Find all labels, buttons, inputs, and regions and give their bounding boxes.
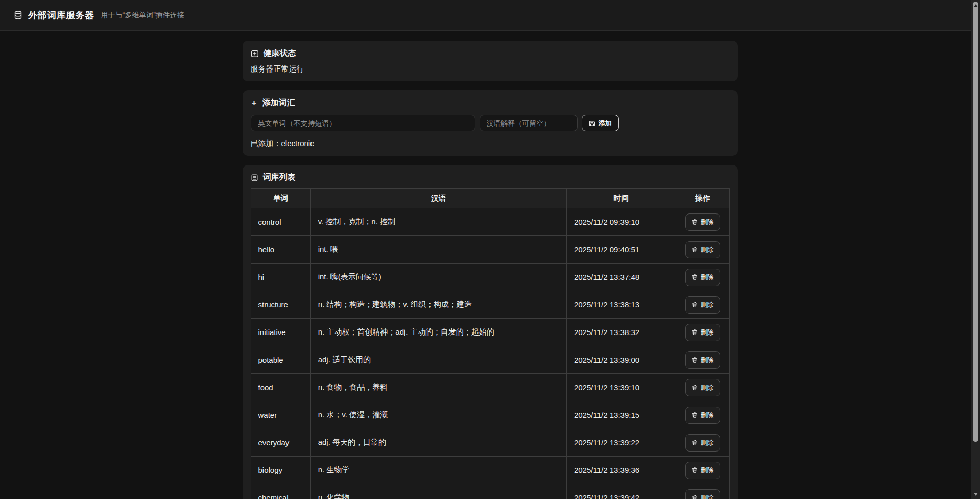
delete-button[interactable]: 删除 xyxy=(685,296,720,314)
meaning-cell: n. 主动权；首创精神；adj. 主动的；自发的；起始的 xyxy=(310,319,566,346)
add-button-label: 添加 xyxy=(599,118,612,128)
trash-icon xyxy=(691,357,698,363)
action-cell: 删除 xyxy=(676,484,729,499)
table-row: water n. 水；v. 使湿，灌溉 2025/11/2 13:39:15 删… xyxy=(251,401,729,429)
word-cell: control xyxy=(251,208,310,236)
meaning-cell: n. 结构；构造；建筑物；v. 组织；构成；建造 xyxy=(310,291,566,319)
delete-button[interactable]: 删除 xyxy=(685,241,720,258)
time-cell: 2025/11/2 13:39:15 xyxy=(566,401,676,429)
list-icon xyxy=(251,174,258,182)
time-cell: 2025/11/2 13:38:13 xyxy=(566,291,676,319)
word-cell: structure xyxy=(251,291,310,319)
word-table-header: 单词 汉语 时间 操作 xyxy=(251,189,729,208)
delete-button[interactable]: 删除 xyxy=(685,489,720,499)
action-cell: 删除 xyxy=(676,236,729,264)
table-row: food n. 食物，食品，养料 2025/11/2 13:39:10 删除 xyxy=(251,374,729,401)
health-card-title: 健康状态 xyxy=(264,48,296,59)
scrollbar-up-arrow-icon[interactable] xyxy=(974,4,978,7)
delete-button[interactable]: 删除 xyxy=(685,351,720,369)
add-button[interactable]: 添加 xyxy=(582,115,619,131)
trash-icon xyxy=(691,412,698,418)
time-cell: 2025/11/2 13:39:42 xyxy=(566,484,676,499)
trash-icon xyxy=(691,219,698,225)
action-cell: 删除 xyxy=(676,208,729,236)
english-word-input[interactable] xyxy=(251,115,475,131)
delete-button-label: 删除 xyxy=(701,245,714,254)
action-cell: 删除 xyxy=(676,374,729,401)
page-title: 外部词库服务器 xyxy=(28,9,94,21)
column-header-action: 操作 xyxy=(676,189,729,208)
plus-icon: + xyxy=(251,98,258,108)
trash-icon xyxy=(691,467,698,473)
delete-button-label: 删除 xyxy=(701,466,714,475)
action-cell: 删除 xyxy=(676,346,729,374)
word-cell: hi xyxy=(251,264,310,291)
meaning-cell: int. 嗨(表示问候等) xyxy=(310,264,566,291)
trash-icon xyxy=(691,384,698,391)
column-header-meaning: 汉语 xyxy=(310,189,566,208)
added-status-text: 已添加：electronic xyxy=(251,139,730,149)
delete-button[interactable]: 删除 xyxy=(685,462,720,479)
time-cell: 2025/11/2 13:39:22 xyxy=(566,429,676,457)
word-cell: initiative xyxy=(251,319,310,346)
action-cell: 删除 xyxy=(676,429,729,457)
time-cell: 2025/11/2 09:39:10 xyxy=(566,208,676,236)
action-cell: 删除 xyxy=(676,264,729,291)
trash-icon xyxy=(691,439,698,446)
meaning-cell: n. 生物学 xyxy=(310,457,566,484)
table-row: everyday adj. 每天的，日常的 2025/11/2 13:39:22… xyxy=(251,429,729,457)
time-cell: 2025/11/2 13:37:48 xyxy=(566,264,676,291)
delete-button-label: 删除 xyxy=(701,355,714,365)
table-row: initiative n. 主动权；首创精神；adj. 主动的；自发的；起始的 … xyxy=(251,319,729,346)
column-header-time: 时间 xyxy=(566,189,676,208)
delete-button[interactable]: 删除 xyxy=(685,213,720,231)
chinese-meaning-input[interactable] xyxy=(480,115,578,131)
word-cell: potable xyxy=(251,346,310,374)
delete-button[interactable]: 删除 xyxy=(685,407,720,424)
meaning-cell: int. 喂 xyxy=(310,236,566,264)
time-cell: 2025/11/2 13:39:36 xyxy=(566,457,676,484)
table-row: chemical n. 化学物 2025/11/2 13:39:42 删除 xyxy=(251,484,729,499)
word-cell: biology xyxy=(251,457,310,484)
app-header: 外部词库服务器 用于与“多维单词”插件连接 xyxy=(0,0,980,31)
delete-button-label: 删除 xyxy=(701,383,714,392)
delete-button-label: 删除 xyxy=(701,273,714,282)
meaning-cell: n. 水；v. 使湿，灌溉 xyxy=(310,401,566,429)
meaning-cell: v. 控制，克制；n. 控制 xyxy=(310,208,566,236)
list-card-title-row: 词库列表 xyxy=(251,172,730,183)
health-box-icon xyxy=(251,50,259,58)
trash-icon xyxy=(691,301,698,308)
add-card-title-row: + 添加词汇 xyxy=(251,98,730,108)
word-cell: water xyxy=(251,401,310,429)
table-row: control v. 控制，克制；n. 控制 2025/11/2 09:39:1… xyxy=(251,208,729,236)
trash-icon xyxy=(691,246,698,253)
scrollbar-thumb[interactable] xyxy=(973,2,978,442)
meaning-cell: n. 化学物 xyxy=(310,484,566,499)
word-cell: food xyxy=(251,374,310,401)
table-row: potable adj. 适于饮用的 2025/11/2 13:39:00 删除 xyxy=(251,346,729,374)
trash-icon xyxy=(691,329,698,336)
trash-icon xyxy=(691,274,698,280)
delete-button[interactable]: 删除 xyxy=(685,324,720,341)
database-icon xyxy=(14,11,22,19)
action-cell: 删除 xyxy=(676,401,729,429)
meaning-cell: adj. 适于饮用的 xyxy=(310,346,566,374)
trash-icon xyxy=(691,494,698,499)
add-word-card: + 添加词汇 添加 已添加：electronic xyxy=(243,90,738,156)
delete-button[interactable]: 删除 xyxy=(685,379,720,396)
page-subtitle: 用于与“多维单词”插件连接 xyxy=(101,11,184,20)
delete-button[interactable]: 删除 xyxy=(685,434,720,452)
word-cell: everyday xyxy=(251,429,310,457)
delete-button-label: 删除 xyxy=(701,328,714,337)
health-card: 健康状态 服务器正常运行 xyxy=(243,41,738,81)
word-table: 单词 汉语 时间 操作 control v. 控制，克制；n. 控制 2025/… xyxy=(251,188,730,499)
scrollbar[interactable] xyxy=(971,0,980,499)
health-card-title-row: 健康状态 xyxy=(251,48,730,59)
word-list-card: 词库列表 单词 汉语 时间 操作 control v. 控制，克制；n. 控制 … xyxy=(243,165,738,499)
time-cell: 2025/11/2 09:40:51 xyxy=(566,236,676,264)
delete-button[interactable]: 删除 xyxy=(685,269,720,286)
scrollbar-down-arrow-icon[interactable] xyxy=(974,493,978,496)
word-cell: hello xyxy=(251,236,310,264)
delete-button-label: 删除 xyxy=(701,438,714,447)
list-card-title: 词库列表 xyxy=(263,172,296,183)
